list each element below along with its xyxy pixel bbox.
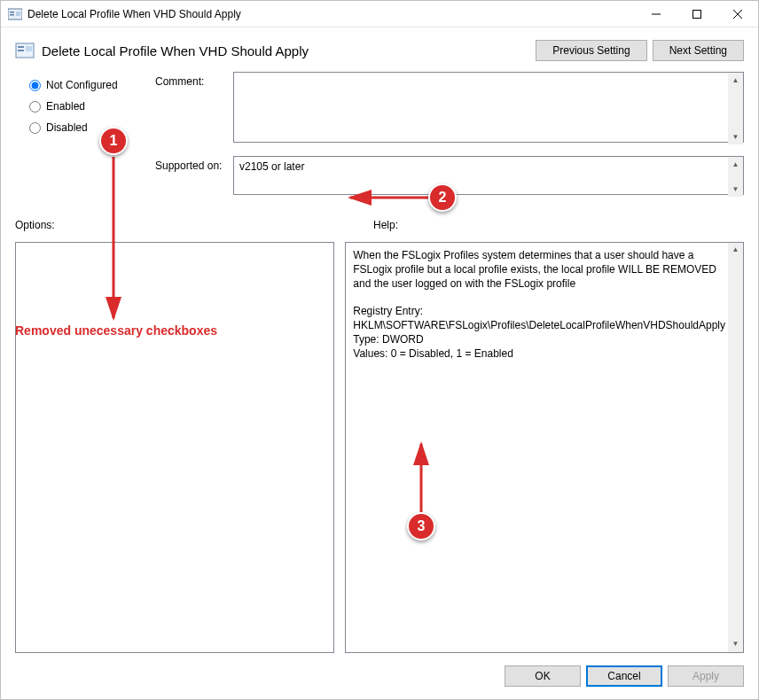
- svg-rect-5: [693, 10, 701, 18]
- svg-rect-10: [18, 50, 24, 51]
- panes-row: When the FSLogix Profiles system determi…: [1, 235, 758, 653]
- svg-rect-9: [18, 46, 24, 48]
- page-title: Delete Local Profile When VHD Should App…: [42, 43, 536, 58]
- svg-rect-2: [10, 14, 14, 16]
- fields-column: Comment: ▲ ▼ Supported on: ▲ ▼: [155, 72, 744, 205]
- close-button[interactable]: [717, 1, 758, 27]
- help-pane: When the FSLogix Profiles system determi…: [345, 242, 744, 653]
- ok-button[interactable]: OK: [505, 665, 581, 687]
- scroll-down-icon[interactable]: ▼: [728, 182, 743, 197]
- help-values-line: Values: 0 = Disabled, 1 = Enabled: [353, 346, 725, 361]
- previous-setting-button[interactable]: Previous Setting: [536, 40, 646, 61]
- radio-not-configured-label: Not Configured: [46, 79, 118, 91]
- supported-scrollbar[interactable]: ▲ ▼: [728, 157, 743, 197]
- app-icon: [8, 7, 22, 21]
- comment-scrollbar[interactable]: ▲ ▼: [728, 73, 743, 144]
- comment-wrap: ▲ ▼: [233, 72, 744, 145]
- svg-rect-1: [10, 12, 14, 13]
- window-controls: [636, 1, 758, 27]
- supported-field: Supported on: ▲ ▼: [155, 156, 744, 198]
- svg-rect-11: [26, 46, 32, 51]
- help-registry-line: Registry Entry: HKLM\SOFTWARE\FSLogix\Pr…: [353, 304, 725, 332]
- comment-field: Comment: ▲ ▼: [155, 72, 744, 145]
- scroll-up-icon[interactable]: ▲: [728, 157, 743, 172]
- help-scrollbar[interactable]: ▲ ▼: [728, 243, 743, 652]
- footer: OK Cancel Apply: [1, 653, 758, 699]
- comment-textarea[interactable]: [233, 72, 744, 143]
- radio-enabled-input[interactable]: [29, 101, 41, 113]
- radio-disabled-input[interactable]: [29, 122, 41, 134]
- scroll-down-icon[interactable]: ▼: [728, 637, 743, 652]
- radio-enabled[interactable]: Enabled: [29, 100, 155, 113]
- titlebar: Delete Local Profile When VHD Should App…: [1, 1, 758, 27]
- scroll-up-icon[interactable]: ▲: [728, 73, 743, 88]
- cancel-button[interactable]: Cancel: [586, 665, 662, 687]
- supported-label: Supported on:: [155, 156, 233, 198]
- policy-icon: [15, 41, 35, 60]
- maximize-button[interactable]: [677, 1, 717, 27]
- radio-enabled-label: Enabled: [46, 100, 85, 113]
- apply-button[interactable]: Apply: [668, 665, 744, 687]
- upper-section: Not Configured Enabled Disabled Comment:…: [1, 68, 758, 205]
- nav-buttons: Previous Setting Next Setting: [536, 40, 744, 61]
- radio-disabled-label: Disabled: [46, 121, 88, 134]
- radio-disabled[interactable]: Disabled: [29, 121, 155, 134]
- scroll-up-icon[interactable]: ▲: [728, 243, 743, 258]
- state-radios: Not Configured Enabled Disabled: [29, 72, 155, 205]
- svg-rect-3: [16, 12, 20, 16]
- pane-labels: Options: Help:: [1, 205, 758, 235]
- header: Delete Local Profile When VHD Should App…: [1, 27, 758, 68]
- options-label: Options:: [15, 219, 373, 231]
- comment-label: Comment:: [155, 72, 233, 145]
- options-pane: [15, 242, 334, 653]
- supported-textarea: [233, 156, 744, 195]
- window-title: Delete Local Profile When VHD Should App…: [27, 8, 636, 20]
- minimize-button[interactable]: [636, 1, 677, 27]
- radio-not-configured[interactable]: Not Configured: [29, 79, 155, 91]
- supported-wrap: ▲ ▼: [233, 156, 744, 198]
- scroll-down-icon[interactable]: ▼: [728, 129, 743, 144]
- help-type-line: Type: DWORD: [353, 332, 725, 346]
- next-setting-button[interactable]: Next Setting: [653, 40, 744, 61]
- radio-not-configured-input[interactable]: [29, 80, 41, 91]
- help-label: Help:: [373, 219, 398, 231]
- help-paragraph-1: When the FSLogix Profiles system determi…: [353, 248, 725, 292]
